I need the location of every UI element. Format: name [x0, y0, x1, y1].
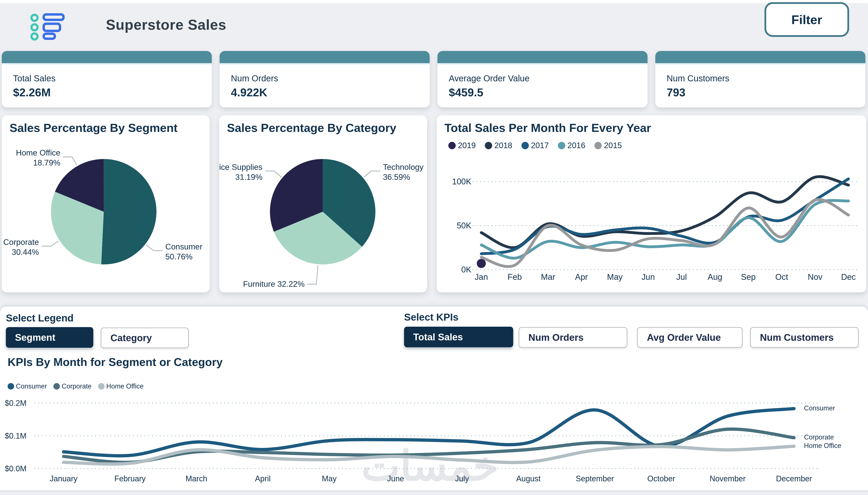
- logo-bar-icon: [42, 33, 56, 40]
- dashboard-page: Superstore Sales Filter Total Sales $2.2…: [0, 0, 868, 495]
- app-logo: [30, 13, 67, 41]
- svg-text:Mar: Mar: [541, 272, 555, 281]
- svg-text:August: August: [516, 474, 541, 483]
- svg-text:Consumer50.76%: Consumer50.76%: [165, 242, 202, 261]
- svg-text:Home Office: Home Office: [804, 442, 841, 449]
- svg-text:May: May: [322, 474, 337, 483]
- logo-ring-icon: [30, 23, 39, 32]
- svg-text:Corporate30.44%: Corporate30.44%: [3, 238, 39, 257]
- svg-text:Feb: Feb: [508, 272, 522, 281]
- kpi-card-header: [2, 51, 212, 63]
- monthly-sales-card: Total Sales Per Month For Every Year 201…: [437, 115, 866, 292]
- category-pie-card: Sales Percentage By Category Technology3…: [219, 115, 427, 292]
- kpi-card-num-customers: Num Customers 793: [656, 51, 865, 107]
- kpi-card-num-orders: Num Orders 4.922K: [220, 51, 430, 107]
- svg-text:June: June: [387, 474, 404, 483]
- svg-text:Sep: Sep: [741, 272, 756, 281]
- svg-text:Furniture 32.22%: Furniture 32.22%: [243, 279, 305, 289]
- kpi-card-total-sales: Total Sales $2.26M: [2, 51, 212, 107]
- kpi-card-avg-order-value: Average Order Value $459.5: [438, 51, 648, 107]
- svg-text:Jun: Jun: [642, 272, 655, 281]
- kpi-value: 793: [667, 86, 865, 99]
- filter-button[interactable]: Filter: [765, 2, 849, 37]
- svg-text:December: December: [776, 474, 812, 483]
- svg-text:Jan: Jan: [475, 272, 488, 281]
- svg-text:Consumer: Consumer: [804, 404, 835, 412]
- bottom-panel: Select Legend Segment Category Select KP…: [0, 307, 868, 491]
- svg-text:$0.0M: $0.0M: [5, 464, 27, 473]
- kpi-value: $2.26M: [13, 86, 212, 99]
- monthly-sales-chart[interactable]: 0K50K100KJanFebMarAprMayJunJulAugSepOctN…: [437, 115, 866, 292]
- svg-text:July: July: [455, 474, 469, 483]
- svg-text:March: March: [186, 474, 207, 483]
- footer-divider: [0, 491, 868, 491]
- svg-text:Nov: Nov: [808, 272, 822, 281]
- kpi-value: $459.5: [449, 86, 648, 99]
- svg-text:Oct: Oct: [775, 272, 788, 281]
- svg-text:Aug: Aug: [708, 272, 722, 281]
- page-title: Superstore Sales: [106, 16, 226, 33]
- svg-text:Technology36.59%: Technology36.59%: [383, 163, 424, 182]
- svg-text:February: February: [114, 474, 146, 483]
- svg-text:$0.1M: $0.1M: [5, 431, 27, 440]
- top-strip: [0, 0, 868, 3]
- svg-text:Office Supplies31.19%: Office Supplies31.19%: [219, 163, 262, 182]
- category-pie-chart[interactable]: Technology36.59%Furniture 32.22%Office S…: [219, 115, 427, 292]
- kpi-label: Total Sales: [13, 73, 212, 83]
- svg-text:Home Office18.79%: Home Office18.79%: [16, 148, 60, 167]
- kpi-label: Average Order Value: [449, 73, 648, 83]
- svg-text:0K: 0K: [461, 265, 471, 274]
- kpi-label: Num Orders: [231, 73, 430, 83]
- svg-text:January: January: [50, 474, 78, 483]
- svg-text:Apr: Apr: [575, 272, 588, 281]
- segment-pie-card: Sales Percentage By Segment Consumer50.7…: [2, 115, 210, 292]
- svg-text:Jul: Jul: [676, 272, 687, 281]
- kpi-card-header: [656, 51, 865, 63]
- kpi-label: Num Customers: [667, 73, 865, 83]
- svg-text:50K: 50K: [457, 221, 471, 230]
- svg-text:October: October: [647, 474, 675, 483]
- svg-text:100K: 100K: [452, 177, 471, 186]
- kpi-card-header: [438, 51, 648, 63]
- segment-pie-chart[interactable]: Consumer50.76%Corporate30.44%Home Office…: [2, 115, 210, 292]
- logo-ring-icon: [30, 32, 39, 40]
- svg-text:Dec: Dec: [841, 272, 856, 281]
- svg-text:May: May: [607, 272, 623, 281]
- kpi-value: 4.922K: [231, 86, 430, 99]
- logo-bar-icon: [42, 13, 65, 21]
- logo-ring-icon: [30, 14, 39, 22]
- kpi-month-chart[interactable]: $0.0M$0.1M$0.2MJanuaryFebruaryMarchApril…: [0, 307, 868, 491]
- kpi-card-header: [220, 51, 430, 63]
- svg-text:April: April: [255, 474, 271, 483]
- svg-text:September: September: [576, 474, 614, 483]
- svg-text:November: November: [710, 474, 746, 483]
- svg-text:Corporate: Corporate: [804, 433, 834, 441]
- svg-text:$0.2M: $0.2M: [5, 399, 27, 408]
- logo-bar-icon: [42, 22, 61, 32]
